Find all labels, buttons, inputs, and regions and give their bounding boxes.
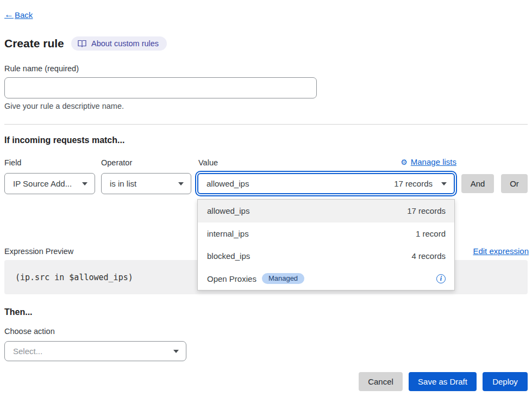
value-select-record-count: 17 records — [394, 179, 433, 188]
rule-name-helper-text: Give your rule a descriptive name. — [4, 102, 124, 110]
back-arrow-icon: ← — [4, 9, 14, 20]
manage-lists-link[interactable]: ⚙ Manage lists — [400, 157, 456, 166]
operator-column-label: Operator — [101, 158, 132, 167]
chevron-down-icon — [178, 182, 184, 185]
choose-action-label: Choose action — [4, 327, 55, 336]
action-select[interactable]: Select... — [4, 341, 186, 361]
dropdown-item-allowed-ips[interactable]: allowed_ips 17 records — [198, 200, 454, 222]
dropdown-item-blocked-ips[interactable]: blocked_ips 4 records — [198, 245, 454, 268]
dropdown-item-internal-ips[interactable]: internal_ips 1 record — [198, 222, 454, 245]
operator-select[interactable]: is in list — [101, 173, 191, 194]
chevron-down-icon — [173, 350, 179, 353]
gear-icon: ⚙ — [400, 158, 408, 166]
value-column-label: Value — [198, 158, 218, 167]
cancel-button[interactable]: Cancel — [359, 372, 403, 391]
or-button[interactable]: Or — [501, 174, 528, 193]
expression-preview-label: Expression Preview — [4, 247, 73, 256]
manage-lists-label: Manage lists — [411, 157, 456, 166]
list-record-count: 4 records — [411, 251, 446, 261]
deploy-button[interactable]: Deploy — [483, 372, 528, 391]
and-button[interactable]: And — [461, 174, 494, 193]
chevron-down-icon — [441, 182, 447, 185]
action-select-placeholder: Select... — [13, 347, 42, 356]
list-name: blocked_ips — [207, 251, 250, 261]
value-dropdown-menu: allowed_ips 17 records internal_ips 1 re… — [197, 199, 455, 290]
list-name: allowed_ips — [207, 206, 249, 215]
match-section-heading: If incoming requests match... — [4, 135, 124, 145]
list-name: internal_ips — [207, 229, 249, 238]
section-divider — [4, 124, 528, 125]
edit-expression-link[interactable]: Edit expression — [473, 246, 529, 256]
operator-select-value: is in list — [110, 179, 136, 188]
book-icon — [78, 40, 86, 47]
list-record-count: 17 records — [407, 206, 446, 215]
field-column-label: Field — [4, 158, 21, 167]
about-custom-rules-label: About custom rules — [91, 39, 159, 48]
dropdown-item-open-proxies[interactable]: Open Proxies Managed i — [198, 268, 454, 290]
save-as-draft-button[interactable]: Save as Draft — [409, 372, 477, 391]
then-section-heading: Then... — [4, 307, 33, 317]
expression-code: (ip.src in $allowed_ips) — [15, 273, 133, 282]
create-rule-page: ←Back Create rule About custom rules Rul… — [0, 0, 532, 402]
value-select[interactable]: allowed_ips 17 records — [197, 173, 455, 194]
field-select-value: IP Source Add... — [13, 179, 72, 188]
page-title: Create rule — [4, 37, 64, 50]
list-record-count: 1 record — [416, 229, 446, 238]
rule-name-input[interactable] — [4, 77, 317, 98]
info-icon[interactable]: i — [436, 274, 446, 283]
rule-name-label: Rule name (required) — [4, 64, 79, 73]
back-link[interactable]: ←Back — [4, 9, 33, 20]
field-select[interactable]: IP Source Add... — [4, 173, 95, 194]
chevron-down-icon — [82, 182, 87, 185]
managed-badge: Managed — [262, 273, 304, 284]
value-select-value: allowed_ips — [206, 179, 249, 188]
back-link-label: Back — [15, 10, 33, 20]
about-custom-rules-link[interactable]: About custom rules — [71, 36, 167, 51]
list-name: Open Proxies — [207, 274, 256, 283]
